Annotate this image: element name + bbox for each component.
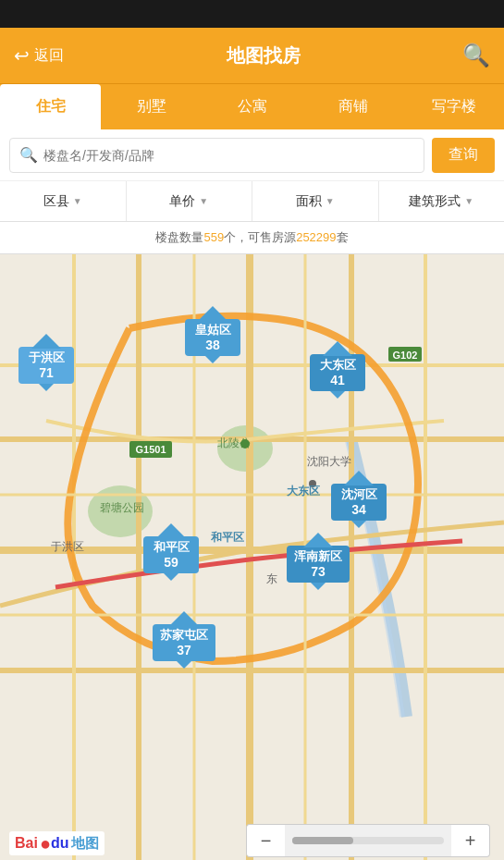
back-button[interactable]: ↩ 返回	[14, 44, 64, 67]
district-huanggu[interactable]: 皇姑区 38	[185, 319, 240, 356]
svg-text:G1501: G1501	[135, 444, 166, 455]
district-dadong[interactable]: 大东区 41	[310, 354, 365, 391]
zoom-track[interactable]	[285, 824, 451, 857]
stats-bar: 楼盘数量559个，可售房源252299套	[0, 222, 504, 254]
svg-text:碧塘公园: 碧塘公园	[100, 501, 144, 514]
district-yuhong[interactable]: 于洪区 71	[18, 347, 74, 384]
svg-text:G102: G102	[393, 350, 418, 361]
label-dadong-mid: 大东区	[287, 484, 320, 499]
chevron-down-icon: ▼	[73, 196, 82, 206]
zoom-controls: − +	[246, 824, 490, 857]
filter-district[interactable]: 区县 ▼	[0, 181, 127, 221]
tab-shop[interactable]: 商铺	[302, 84, 403, 129]
map-container[interactable]: G1501 G102 北陵公 沈阳大学 碧塘公园 于洪区 东 皇姑区 38 于洪…	[0, 254, 504, 860]
zoom-progress	[292, 837, 353, 844]
zoom-in-button[interactable]: +	[451, 824, 490, 857]
search-input[interactable]	[43, 148, 414, 163]
stats-count1: 559	[203, 230, 224, 244]
zoom-bar	[292, 837, 444, 844]
stats-count2: 252299	[296, 230, 336, 244]
baidu-map-label: 地图	[71, 835, 99, 853]
svg-text:东: 东	[266, 572, 277, 585]
chevron-down-icon: ▼	[199, 196, 208, 206]
district-shenhe[interactable]: 沈河区 34	[331, 484, 387, 521]
chevron-down-icon: ▼	[326, 196, 335, 206]
header: ↩ 返回 地图找房 🔍	[0, 28, 504, 83]
tab-house[interactable]: 住宅	[0, 84, 101, 129]
search-input-icon: 🔍	[19, 146, 38, 164]
baidu-logo: Bai ● du 地图	[9, 831, 104, 855]
district-sujiatun[interactable]: 苏家屯区 37	[153, 624, 215, 661]
district-hunnan[interactable]: 浑南新区 73	[287, 546, 350, 583]
status-bar	[0, 0, 504, 28]
back-label: 返回	[34, 46, 64, 66]
district-heping[interactable]: 和平区 59	[143, 536, 199, 573]
svg-point-25	[240, 439, 250, 448]
search-bar: 🔍 查询	[0, 129, 504, 180]
header-title: 地图找房	[227, 43, 301, 68]
tab-office[interactable]: 写字楼	[403, 84, 504, 129]
query-button[interactable]: 查询	[432, 138, 495, 173]
stats-text: 楼盘数量559个，可售房源252299套	[155, 229, 348, 246]
zoom-out-button[interactable]: −	[246, 824, 285, 857]
filter-area[interactable]: 面积 ▼	[252, 181, 379, 221]
search-icon[interactable]: 🔍	[462, 43, 490, 68]
back-icon: ↩	[14, 44, 30, 67]
svg-text:沈阳大学: 沈阳大学	[307, 455, 351, 468]
filter-building-type[interactable]: 建筑形式 ▼	[379, 181, 505, 221]
map-svg: G1501 G102 北陵公 沈阳大学 碧塘公园 于洪区 东	[0, 254, 504, 860]
chevron-down-icon: ▼	[464, 196, 473, 206]
tab-villa[interactable]: 别墅	[101, 84, 202, 129]
label-heping-mid: 和平区	[211, 530, 244, 546]
search-input-wrapper: 🔍	[9, 138, 424, 173]
filter-price[interactable]: 单价 ▼	[127, 181, 253, 221]
filter-bar: 区县 ▼ 单价 ▼ 面积 ▼ 建筑形式 ▼	[0, 180, 504, 222]
type-tabs: 住宅 别墅 公寓 商铺 写字楼	[0, 83, 504, 129]
svg-text:于洪区: 于洪区	[51, 540, 84, 553]
tab-apartment[interactable]: 公寓	[202, 84, 302, 129]
